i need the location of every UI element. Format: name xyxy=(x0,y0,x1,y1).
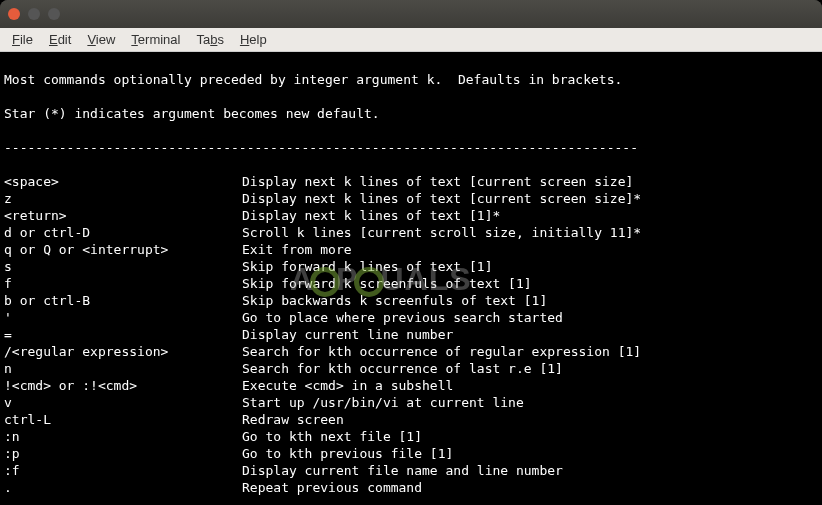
menu-tabs[interactable]: Tabs xyxy=(190,30,229,49)
command-row: d or ctrl-DScroll k lines [current scrol… xyxy=(4,224,818,241)
command-key: :p xyxy=(4,445,242,462)
command-desc: Repeat previous command xyxy=(242,479,818,496)
terminal-window: File Edit View Terminal Tabs Help Most c… xyxy=(0,0,822,505)
command-desc: Skip forward k lines of text [1] xyxy=(242,258,818,275)
menu-edit[interactable]: Edit xyxy=(43,30,77,49)
menu-file[interactable]: File xyxy=(6,30,39,49)
maximize-button[interactable] xyxy=(48,8,60,20)
command-row: =Display current line number xyxy=(4,326,818,343)
command-row: vStart up /usr/bin/vi at current line xyxy=(4,394,818,411)
command-row: :pGo to kth previous file [1] xyxy=(4,445,818,462)
command-key: q or Q or <interrupt> xyxy=(4,241,242,258)
command-key: :n xyxy=(4,428,242,445)
command-desc: Exit from more xyxy=(242,241,818,258)
command-row: :nGo to kth next file [1] xyxy=(4,428,818,445)
command-desc: Skip backwards k screenfuls of text [1] xyxy=(242,292,818,309)
command-key: = xyxy=(4,326,242,343)
menu-help-label: elp xyxy=(249,32,266,47)
command-key: b or ctrl-B xyxy=(4,292,242,309)
command-desc: Display next k lines of text [1]* xyxy=(242,207,818,224)
command-desc: Redraw screen xyxy=(242,411,818,428)
command-row: nSearch for kth occurrence of last r.e [… xyxy=(4,360,818,377)
menu-tabs-label: s xyxy=(217,32,224,47)
command-key: z xyxy=(4,190,242,207)
help-header-1: Most commands optionally preceded by int… xyxy=(4,71,818,88)
command-row: 'Go to place where previous search start… xyxy=(4,309,818,326)
command-key: f xyxy=(4,275,242,292)
command-desc: Go to place where previous search starte… xyxy=(242,309,818,326)
menu-help[interactable]: Help xyxy=(234,30,273,49)
command-desc: Display next k lines of text [current sc… xyxy=(242,173,818,190)
menu-file-label: ile xyxy=(20,32,33,47)
command-desc: Search for kth occurrence of last r.e [1… xyxy=(242,360,818,377)
command-desc: Display next k lines of text [current sc… xyxy=(242,190,818,207)
command-key: ctrl-L xyxy=(4,411,242,428)
command-desc: Go to kth next file [1] xyxy=(242,428,818,445)
help-header-2: Star (*) indicates argument becomes new … xyxy=(4,105,818,122)
titlebar xyxy=(0,0,822,28)
command-key: <space> xyxy=(4,173,242,190)
command-key: . xyxy=(4,479,242,496)
command-key: v xyxy=(4,394,242,411)
menu-terminal[interactable]: Terminal xyxy=(125,30,186,49)
command-row: <return>Display next k lines of text [1]… xyxy=(4,207,818,224)
command-row: :fDisplay current file name and line num… xyxy=(4,462,818,479)
command-key: !<cmd> or :!<cmd> xyxy=(4,377,242,394)
command-row: zDisplay next k lines of text [current s… xyxy=(4,190,818,207)
command-key: ' xyxy=(4,309,242,326)
command-key: <return> xyxy=(4,207,242,224)
command-desc: Scroll k lines [current scroll size, ini… xyxy=(242,224,818,241)
command-desc: Execute <cmd> in a subshell xyxy=(242,377,818,394)
minimize-button[interactable] xyxy=(28,8,40,20)
command-key: :f xyxy=(4,462,242,479)
command-row: <space>Display next k lines of text [cur… xyxy=(4,173,818,190)
command-key: s xyxy=(4,258,242,275)
separator-top: ----------------------------------------… xyxy=(4,139,818,156)
command-row: /<regular expression>Search for kth occu… xyxy=(4,343,818,360)
menu-edit-label: dit xyxy=(58,32,72,47)
command-row: .Repeat previous command xyxy=(4,479,818,496)
command-key: d or ctrl-D xyxy=(4,224,242,241)
command-desc: Display current file name and line numbe… xyxy=(242,462,818,479)
command-key: /<regular expression> xyxy=(4,343,242,360)
terminal-output[interactable]: Most commands optionally preceded by int… xyxy=(0,52,822,505)
command-desc: Search for kth occurrence of regular exp… xyxy=(242,343,818,360)
command-key: n xyxy=(4,360,242,377)
menubar: File Edit View Terminal Tabs Help xyxy=(0,28,822,52)
command-row: ctrl-LRedraw screen xyxy=(4,411,818,428)
command-desc: Display current line number xyxy=(242,326,818,343)
window-controls xyxy=(8,8,60,20)
command-desc: Go to kth previous file [1] xyxy=(242,445,818,462)
command-row: q or Q or <interrupt>Exit from more xyxy=(4,241,818,258)
command-row: fSkip forward k screenfuls of text [1] xyxy=(4,275,818,292)
command-row: sSkip forward k lines of text [1] xyxy=(4,258,818,275)
command-desc: Start up /usr/bin/vi at current line xyxy=(242,394,818,411)
command-desc: Skip forward k screenfuls of text [1] xyxy=(242,275,818,292)
menu-view[interactable]: View xyxy=(81,30,121,49)
menu-view-label: iew xyxy=(96,32,116,47)
close-button[interactable] xyxy=(8,8,20,20)
command-row: !<cmd> or :!<cmd>Execute <cmd> in a subs… xyxy=(4,377,818,394)
command-row: b or ctrl-BSkip backwards k screenfuls o… xyxy=(4,292,818,309)
menu-terminal-label: erminal xyxy=(138,32,181,47)
